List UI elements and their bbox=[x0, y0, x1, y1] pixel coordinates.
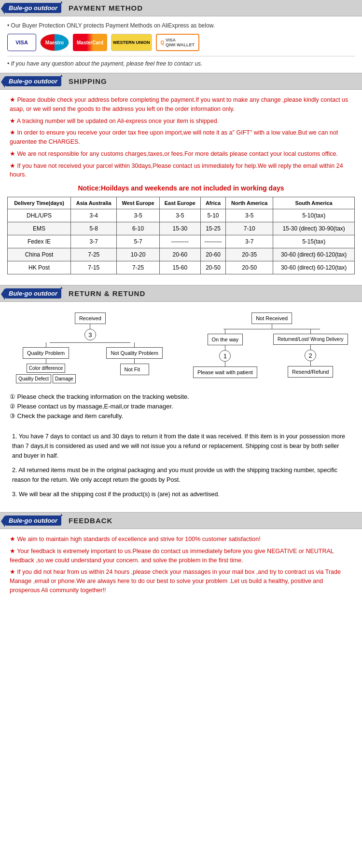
shipping-table: Delivery Time(days) Asia Australia West … bbox=[7, 197, 355, 274]
return-instructions: ① Please check the tracking information … bbox=[7, 393, 355, 420]
mastercard-icon: MasterCard bbox=[73, 34, 107, 51]
not-quality-box: Not Quality Problem bbox=[106, 347, 162, 359]
quality-defect-box: Quality Defect bbox=[16, 374, 51, 383]
col-header-4: Africa bbox=[200, 197, 225, 209]
payment-note: • Our Buyer Protection ONLY protects Pay… bbox=[7, 22, 355, 29]
col-header-2: West Europe bbox=[117, 197, 159, 209]
return-body: Received 3 Quality Problem bbox=[0, 302, 362, 512]
on-the-way-box: On the way bbox=[208, 334, 243, 345]
shipping-bullet-5: If you have not received your parcel wit… bbox=[7, 162, 355, 180]
table-cell-1-4: 15-25 bbox=[200, 222, 225, 235]
table-cell-4-4: 20-50 bbox=[200, 261, 225, 274]
shipping-title: SHIPPING bbox=[69, 77, 107, 85]
payment-footer: • If you have any question about the pay… bbox=[7, 60, 355, 67]
table-cell-3-6: 30-60 (direct) 60-120(tax) bbox=[273, 248, 355, 261]
feedback-header: Bule-go outdoor FEEDBACK bbox=[0, 513, 362, 529]
shipping-notice: Notice:Hoildays and weekends are not inc… bbox=[7, 184, 355, 192]
table-cell-1-3: 15-30 bbox=[159, 222, 200, 235]
table-cell-2-4: --------- bbox=[200, 235, 225, 248]
col-header-1: Asia Australia bbox=[71, 197, 117, 209]
table-cell-2-6: 5-15(tax) bbox=[273, 235, 355, 248]
qiwi-icon: Q VISAQIWI WALLET bbox=[156, 34, 200, 51]
table-cell-3-1: 7-25 bbox=[71, 248, 117, 261]
feedback-title: FEEDBACK bbox=[69, 516, 112, 525]
table-cell-3-2: 10-20 bbox=[117, 248, 159, 261]
table-cell-0-5: 3-5 bbox=[226, 209, 273, 222]
return-rule-2: 2. All returned items must be in the ori… bbox=[12, 465, 350, 485]
shipping-section: Bule-go outdoor SHIPPING Please double c… bbox=[0, 73, 362, 285]
table-cell-4-0: HK Post bbox=[8, 261, 71, 274]
table-cell-0-4: 5-10 bbox=[200, 209, 225, 222]
col-header-3: East Europe bbox=[159, 197, 200, 209]
table-cell-0-0: DHL/UPS bbox=[8, 209, 71, 222]
brand-logo-return: Bule-go outdoor bbox=[5, 288, 61, 298]
return-header: Bule-go outdoor RETURN & RETUND bbox=[0, 285, 362, 302]
flowchart: Received 3 Quality Problem bbox=[7, 308, 355, 388]
table-cell-3-0: China Post bbox=[8, 248, 71, 261]
table-cell-0-2: 3-5 bbox=[117, 209, 159, 222]
shipping-body: Please double check your address before … bbox=[0, 90, 362, 285]
returned-box: Returned/Lost/ Wrong Delivery bbox=[273, 334, 348, 345]
table-cell-2-3: --------- bbox=[159, 235, 200, 248]
shipping-bullet-2: A tracking number will be updated on Ali… bbox=[7, 117, 355, 126]
feedback-bullet-2: Your feedback is extremely important to … bbox=[7, 547, 355, 565]
col-header-5: North America bbox=[226, 197, 273, 209]
return-rules: 1. You have 7 days to contact us and 30 … bbox=[7, 429, 355, 506]
circle-3: 3 bbox=[84, 329, 96, 340]
payment-icons: VISA Maestro MasterCard WESTERN UNION Q … bbox=[7, 34, 355, 51]
instruction-3: ③ Check the package and item carefully. bbox=[10, 412, 352, 420]
payment-section: Bule-go outdoor PAYMENT METHOD • Our Buy… bbox=[0, 0, 362, 73]
table-cell-3-3: 20-60 bbox=[159, 248, 200, 261]
table-cell-4-3: 15-60 bbox=[159, 261, 200, 274]
brand-logo-shipping: Bule-go outdoor bbox=[5, 76, 61, 86]
brand-logo-payment: Bule-go outdoor bbox=[5, 3, 61, 13]
feedback-bullet-3: If you did not hear from us within 24 ho… bbox=[7, 568, 355, 595]
table-cell-2-1: 3-7 bbox=[71, 235, 117, 248]
return-rule-3: 3. We will bear all the shipping cost if… bbox=[12, 489, 350, 499]
col-header-6: South America bbox=[273, 197, 355, 209]
table-cell-1-1: 5-8 bbox=[71, 222, 117, 235]
col-header-0: Delivery Time(days) bbox=[8, 197, 71, 209]
not-fit-box: Not Fit bbox=[120, 364, 149, 375]
western-union-icon: WESTERN UNION bbox=[111, 34, 152, 51]
payment-body: • Our Buyer Protection ONLY protects Pay… bbox=[0, 16, 362, 73]
quality-problem-box: Quality Problem bbox=[23, 347, 69, 359]
shipping-bullet-3: In order to ensure you receive your orde… bbox=[7, 128, 355, 147]
return-title: RETURN & RETUND bbox=[69, 289, 145, 298]
damage-box: Damage bbox=[53, 374, 76, 383]
color-diff-box: Color difference bbox=[27, 364, 65, 373]
please-wait-box: Please wait with patient bbox=[193, 366, 257, 378]
feedback-bullet-1: We aim to maintain high standards of exc… bbox=[7, 535, 355, 544]
table-cell-4-6: 30-60 (direct) 60-120(tax) bbox=[273, 261, 355, 274]
table-cell-3-4: 20-60 bbox=[200, 248, 225, 261]
shipping-header: Bule-go outdoor SHIPPING bbox=[0, 73, 362, 90]
table-cell-1-5: 7-10 bbox=[226, 222, 273, 235]
payment-title: PAYMENT METHOD bbox=[69, 4, 143, 12]
table-cell-2-0: Fedex IE bbox=[8, 235, 71, 248]
table-cell-0-3: 3-5 bbox=[159, 209, 200, 222]
shipping-bullet-4: We are not responsible for any customs c… bbox=[7, 149, 355, 159]
return-section: Bule-go outdoor RETURN & RETUND Received… bbox=[0, 285, 362, 512]
resend-box: Resend/Refund bbox=[288, 366, 333, 378]
table-cell-4-2: 7-25 bbox=[117, 261, 159, 274]
table-cell-3-5: 20-35 bbox=[226, 248, 273, 261]
return-rule-1: 1. You have 7 days to contact us and 30 … bbox=[12, 432, 350, 461]
shipping-bullet-1: Please double check your address before … bbox=[7, 95, 355, 114]
feedback-section: Bule-go outdoor FEEDBACK We aim to maint… bbox=[0, 513, 362, 604]
table-cell-0-1: 3-4 bbox=[71, 209, 117, 222]
feedback-body: We aim to maintain high standards of exc… bbox=[0, 529, 362, 604]
visa-icon: VISA bbox=[7, 34, 36, 51]
maestro-icon: Maestro bbox=[40, 34, 69, 51]
flow-left: Received 3 Quality Problem bbox=[10, 312, 171, 383]
instruction-1: ① Please check the tracking information … bbox=[10, 393, 352, 400]
table-cell-2-2: 5-7 bbox=[117, 235, 159, 248]
table-cell-1-2: 6-10 bbox=[117, 222, 159, 235]
received-box: Received bbox=[75, 312, 106, 324]
not-received-box: Not Received bbox=[251, 312, 292, 324]
table-cell-1-0: EMS bbox=[8, 222, 71, 235]
circle-2: 2 bbox=[305, 350, 316, 361]
flow-right: Not Received On the way 1 Please wait wi… bbox=[191, 312, 352, 383]
table-cell-4-1: 7-15 bbox=[71, 261, 117, 274]
brand-logo-feedback: Bule-go outdoor bbox=[5, 515, 61, 526]
instruction-2: ② Please contact us by massage,E-mail,or… bbox=[10, 403, 352, 410]
